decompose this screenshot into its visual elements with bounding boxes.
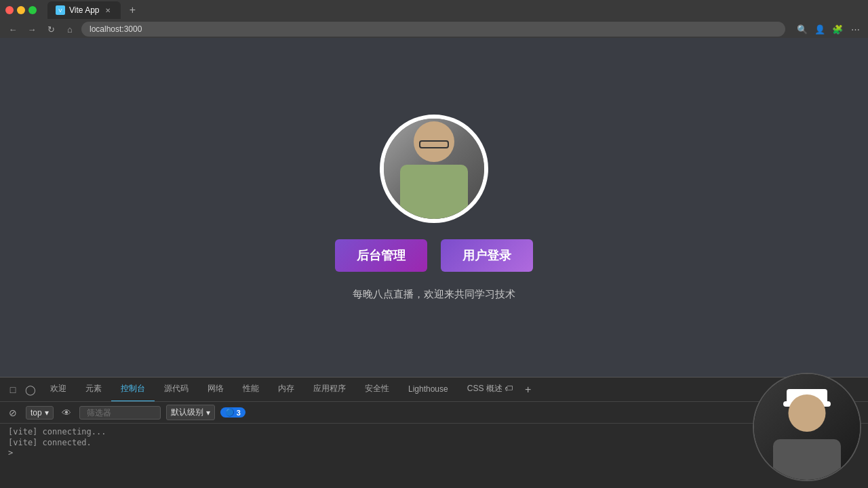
action-buttons: 后台管理 用户登录: [335, 239, 533, 272]
video-content: [754, 374, 860, 480]
browser-tabs: V Vite App ✕ +: [47, 1, 141, 19]
clear-console-icon[interactable]: ⊘: [5, 405, 20, 420]
tab-elements[interactable]: 元素: [76, 378, 111, 402]
console-line-1: [vite] connecting...: [8, 426, 860, 437]
context-label: top: [31, 408, 42, 418]
admin-button[interactable]: 后台管理: [335, 239, 427, 272]
person-body: [400, 165, 468, 219]
browser-top-bar: V Vite App ✕ +: [0, 0, 868, 21]
home-button[interactable]: ⌂: [62, 22, 77, 37]
active-tab[interactable]: V Vite App ✕: [47, 1, 121, 19]
video-person-head: [789, 394, 826, 432]
person-head: [414, 121, 454, 162]
new-tab-button[interactable]: +: [123, 1, 141, 19]
video-timestamp: :52: [760, 466, 773, 474]
profile-icon[interactable]: 👤: [812, 22, 827, 37]
tab-sources[interactable]: 源代码: [155, 378, 198, 402]
tab-close-button[interactable]: ✕: [103, 5, 113, 15]
extensions-icon[interactable]: 🧩: [830, 22, 845, 37]
person-glasses: [419, 140, 449, 148]
context-selector[interactable]: top ▾: [26, 406, 54, 420]
address-text: localhost:3000: [90, 24, 142, 34]
address-input[interactable]: localhost:3000: [81, 22, 785, 37]
video-settings-icon[interactable]: ⚙: [845, 462, 854, 474]
badge-count: 3: [237, 409, 241, 417]
subtitle-text: 每晚八点直播，欢迎来共同学习技术: [353, 288, 515, 301]
devtools-left-icons: □ ◯: [3, 382, 41, 397]
tab-label: Vite App: [69, 5, 99, 15]
tab-favicon: V: [56, 5, 65, 15]
console-line-2: [vite] connected.: [8, 437, 860, 448]
prompt-arrow-icon: >: [8, 448, 13, 458]
inspect-element-icon[interactable]: □: [5, 382, 20, 397]
tab-security[interactable]: 安全性: [355, 378, 399, 402]
tab-css-overview[interactable]: CSS 概述 🏷: [458, 378, 522, 402]
context-chevron-icon: ▾: [45, 408, 49, 418]
tab-welcome[interactable]: 欢迎: [41, 378, 76, 402]
log-level-label: 默认级别: [171, 407, 203, 418]
back-button[interactable]: ←: [5, 22, 20, 37]
error-badge[interactable]: 🔵 3: [220, 407, 245, 418]
page-content: 后台管理 用户登录 每晚八点直播，欢迎来共同学习技术: [0, 38, 868, 377]
floating-video-overlay: ✕ ⚙ :52: [753, 373, 861, 481]
devtools-panel: □ ◯ 欢迎 元素 控制台 源代码 网络 性能 内存 应用程序 安全性: [0, 377, 868, 488]
eye-icon[interactable]: 👁: [59, 405, 74, 420]
tab-console[interactable]: 控制台: [111, 378, 155, 402]
log-level-selector[interactable]: 默认级别 ▾: [166, 405, 215, 420]
devtools-console-toolbar: ⊘ top ▾ 👁 默认级别 ▾ 🔵 3: [0, 402, 868, 424]
avatar-figure: [400, 121, 468, 219]
reload-button[interactable]: ↻: [43, 22, 58, 37]
tab-network[interactable]: 网络: [198, 378, 233, 402]
filter-input[interactable]: [79, 406, 161, 420]
add-devtools-tab-button[interactable]: +: [525, 384, 531, 396]
tab-memory[interactable]: 内存: [269, 378, 304, 402]
devtools-tab-bar: □ ◯ 欢迎 元素 控制台 源代码 网络 性能 内存 应用程序 安全性: [0, 378, 868, 402]
close-window-button[interactable]: [5, 6, 14, 14]
console-prompt[interactable]: >: [8, 448, 860, 458]
video-person-body: [773, 439, 841, 480]
avatar: [380, 115, 488, 223]
video-close-button[interactable]: ✕: [846, 380, 854, 390]
device-toolbar-icon[interactable]: ◯: [23, 382, 38, 397]
browser-toolbar-right: 🔍 👤 🧩 ⋯: [795, 22, 863, 37]
tab-application[interactable]: 应用程序: [304, 378, 355, 402]
traffic-lights: [5, 6, 37, 14]
avatar-image: [384, 119, 484, 219]
settings-icon[interactable]: ⋯: [848, 22, 863, 37]
tab-performance[interactable]: 性能: [233, 378, 269, 402]
badge-icon: 🔵: [225, 408, 235, 417]
console-input[interactable]: [16, 448, 860, 458]
console-output: [vite] connecting... [vite] connected. >: [0, 424, 868, 488]
browser-chrome: V Vite App ✕ + ← → ↻ ⌂ localhost:3000 🔍 …: [0, 0, 868, 38]
forward-button[interactable]: →: [24, 22, 39, 37]
level-chevron-icon: ▾: [206, 408, 210, 418]
search-icon[interactable]: 🔍: [795, 22, 810, 37]
tab-lighthouse[interactable]: Lighthouse: [399, 378, 458, 402]
login-button[interactable]: 用户登录: [441, 239, 533, 272]
maximize-window-button[interactable]: [28, 6, 37, 14]
minimize-window-button[interactable]: [17, 6, 25, 14]
browser-address-bar-row: ← → ↻ ⌂ localhost:3000 🔍 👤 🧩 ⋯: [0, 21, 868, 38]
